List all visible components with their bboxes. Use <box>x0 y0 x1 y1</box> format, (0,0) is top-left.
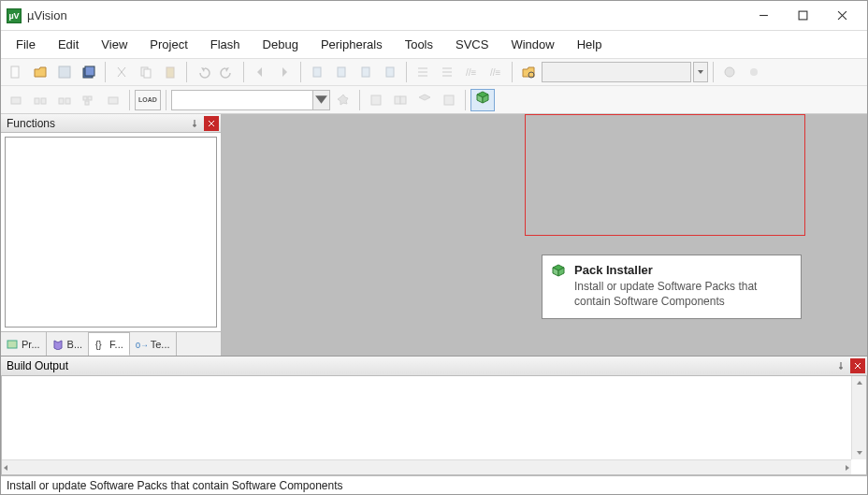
menu-view[interactable]: View <box>92 35 137 54</box>
svg-rect-28 <box>108 97 118 104</box>
bookmark-next-icon[interactable] <box>354 61 377 83</box>
tooltip-desc: Install or update Software Packs that co… <box>574 280 793 309</box>
target-select[interactable] <box>171 90 330 110</box>
open-file-icon[interactable] <box>29 61 51 83</box>
horizontal-scrollbar[interactable] <box>2 459 851 474</box>
uncomment-icon[interactable]: //≡ <box>485 61 507 83</box>
new-file-icon[interactable] <box>5 61 27 83</box>
pack-installer-button[interactable] <box>470 89 495 111</box>
redo-icon[interactable] <box>216 61 239 83</box>
bookmark-prev-icon[interactable] <box>330 61 353 83</box>
batch-build-icon[interactable] <box>78 89 100 111</box>
tab-templates[interactable]: 0→ Te... <box>130 332 177 356</box>
svg-rect-1 <box>799 11 807 20</box>
debug-icon[interactable] <box>718 61 741 83</box>
svg-rect-10 <box>166 67 174 78</box>
panel-tabs: Pr... B... {} F... 0→ Te... <box>1 331 221 356</box>
indent-right-icon[interactable] <box>436 61 458 83</box>
bookmark-clear-icon[interactable] <box>379 61 401 83</box>
download-button[interactable]: LOAD <box>135 90 161 110</box>
paste-icon[interactable] <box>159 61 181 83</box>
undo-icon[interactable] <box>192 61 214 83</box>
build-output-panel: Build Output <box>1 356 867 475</box>
tab-project[interactable]: Pr... <box>1 332 47 356</box>
scroll-down-icon[interactable] <box>856 446 863 459</box>
svg-rect-12 <box>338 67 345 77</box>
svg-rect-35 <box>7 341 17 348</box>
tab-functions[interactable]: {} F... <box>89 332 130 356</box>
stop-build-icon[interactable] <box>102 89 124 111</box>
download-label: LOAD <box>138 96 157 103</box>
svg-point-18 <box>725 67 734 77</box>
menu-project[interactable]: Project <box>140 35 196 54</box>
tooltip-title: Pack Installer <box>574 263 793 277</box>
pin-icon[interactable] <box>833 358 848 373</box>
svg-rect-9 <box>144 69 151 78</box>
separator <box>465 90 466 110</box>
editor-area[interactable] <box>222 114 867 356</box>
maximize-button[interactable] <box>783 3 822 29</box>
window-title: µVision <box>27 8 744 22</box>
menu-tools[interactable]: Tools <box>396 35 442 54</box>
svg-rect-22 <box>41 98 46 104</box>
menu-edit[interactable]: Edit <box>49 35 88 54</box>
tab-books-label: B... <box>67 339 83 350</box>
svg-rect-21 <box>35 98 39 104</box>
build-output-body[interactable] <box>1 375 867 475</box>
cut-icon[interactable] <box>110 61 133 83</box>
manage-multi-icon[interactable] <box>389 89 412 111</box>
nav-back-icon[interactable] <box>249 61 271 83</box>
nav-forward-icon[interactable] <box>273 61 296 83</box>
close-panel-button[interactable] <box>204 116 219 131</box>
pin-icon[interactable] <box>187 116 202 131</box>
close-panel-button[interactable] <box>850 358 865 373</box>
tooltip: Pack Installer Install or update Softwar… <box>542 255 802 319</box>
separator <box>359 90 360 110</box>
menu-debug[interactable]: Debug <box>253 35 308 54</box>
vertical-scrollbar[interactable] <box>851 376 866 459</box>
separator <box>713 62 714 82</box>
save-icon[interactable] <box>53 61 76 83</box>
build-output-title: Build Output <box>7 359 68 372</box>
scroll-left-icon[interactable] <box>2 461 9 474</box>
menu-file[interactable]: File <box>7 35 45 54</box>
menu-window[interactable]: Window <box>501 35 563 54</box>
scroll-up-icon[interactable] <box>856 376 863 389</box>
manage-rte-icon[interactable] <box>413 89 436 111</box>
tab-books[interactable]: B... <box>47 332 90 356</box>
minimize-button[interactable] <box>744 3 783 29</box>
copy-icon[interactable] <box>135 61 157 83</box>
svg-text:0→: 0→ <box>136 341 147 350</box>
titlebar: µV µVision <box>1 1 867 31</box>
breakpoint-icon[interactable] <box>743 61 765 83</box>
svg-rect-29 <box>371 95 381 105</box>
menu-peripherals[interactable]: Peripherals <box>311 35 392 54</box>
select-packs-icon[interactable] <box>438 89 460 111</box>
rebuild-icon[interactable] <box>53 89 76 111</box>
menu-flash[interactable]: Flash <box>201 35 250 54</box>
find-combo-arrow[interactable] <box>693 62 708 82</box>
svg-rect-14 <box>386 67 394 77</box>
scroll-right-icon[interactable] <box>844 461 851 474</box>
menu-svcs[interactable]: SVCS <box>446 35 498 54</box>
build-icon[interactable] <box>29 89 51 111</box>
manage-project-icon[interactable] <box>365 89 387 111</box>
save-all-icon[interactable] <box>78 61 100 83</box>
menu-help[interactable]: Help <box>568 35 612 54</box>
bookmark-toggle-icon[interactable] <box>306 61 328 83</box>
svg-rect-13 <box>362 67 369 77</box>
separator <box>186 62 187 82</box>
svg-rect-31 <box>400 96 406 104</box>
close-window-button[interactable] <box>822 3 861 29</box>
find-combo[interactable] <box>542 62 691 82</box>
find-in-files-icon[interactable] <box>517 61 540 83</box>
options-target-icon[interactable] <box>332 89 354 111</box>
menubar: File Edit View Project Flash Debug Perip… <box>1 31 867 58</box>
functions-body[interactable] <box>5 137 217 328</box>
translate-icon[interactable] <box>5 89 27 111</box>
comment-icon[interactable]: //≡ <box>460 61 483 83</box>
svg-rect-25 <box>83 96 87 100</box>
indent-left-icon[interactable] <box>412 61 434 83</box>
svg-text://≡: //≡ <box>466 67 477 78</box>
separator <box>166 90 166 110</box>
